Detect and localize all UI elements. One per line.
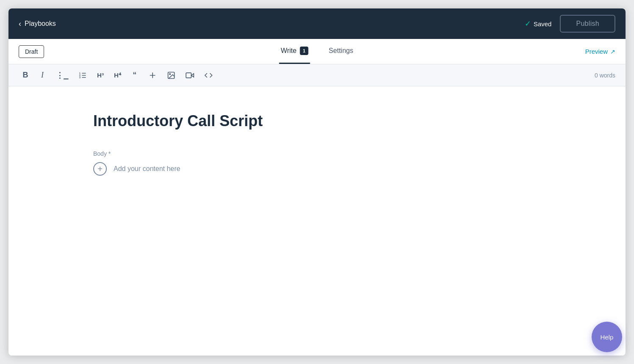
- content-row: + Add your content here: [93, 162, 541, 176]
- tab-write-label: Write: [281, 47, 297, 55]
- tabs-center: Write 1 Settings: [279, 39, 355, 64]
- blockquote-icon: “: [133, 71, 136, 80]
- main-content: Introductory Call Script Body * + Add yo…: [8, 86, 626, 356]
- document-title[interactable]: Introductory Call Script: [93, 112, 541, 130]
- add-content-button[interactable]: +: [93, 162, 107, 176]
- back-chevron-icon: ‹: [19, 19, 21, 28]
- toolbar: B I ⋮​​⎯ 1 2 3 H³ H⁴ “: [8, 64, 626, 86]
- top-nav-right: ✓ Saved Publish: [525, 15, 615, 33]
- video-button[interactable]: [182, 69, 197, 82]
- svg-point-9: [170, 73, 171, 74]
- top-nav: ‹ Playbooks ✓ Saved Publish: [8, 8, 626, 39]
- divider-button[interactable]: [145, 69, 160, 82]
- bold-icon: B: [23, 71, 28, 80]
- italic-button[interactable]: I: [36, 69, 49, 82]
- svg-rect-11: [186, 73, 192, 78]
- code-button[interactable]: [201, 69, 216, 82]
- back-label: Playbooks: [25, 20, 56, 28]
- video-icon: [186, 71, 194, 80]
- preview-link[interactable]: Preview ↗: [585, 48, 615, 55]
- svg-text:3: 3: [79, 76, 81, 78]
- plus-icon: +: [97, 165, 103, 173]
- heading3-icon: H³: [97, 72, 104, 79]
- svg-marker-10: [191, 73, 194, 77]
- code-icon: [204, 71, 213, 80]
- back-link[interactable]: ‹ Playbooks: [19, 19, 56, 28]
- heading4-button[interactable]: H⁴: [111, 69, 125, 82]
- app-window: ‹ Playbooks ✓ Saved Publish Draft Write …: [8, 8, 626, 356]
- saved-label: Saved: [534, 20, 552, 28]
- image-button[interactable]: [164, 69, 179, 82]
- external-link-icon: ↗: [610, 48, 615, 55]
- preview-label: Preview: [585, 48, 608, 55]
- unordered-list-button[interactable]: ⋮​​⎯: [53, 69, 72, 82]
- image-icon: [167, 71, 175, 80]
- bold-button[interactable]: B: [19, 69, 32, 82]
- heading4-icon: H⁴: [114, 72, 121, 79]
- body-section: Body * + Add your content here: [93, 150, 541, 176]
- publish-button[interactable]: Publish: [560, 15, 615, 33]
- draft-button[interactable]: Draft: [19, 45, 44, 58]
- saved-checkmark-icon: ✓: [525, 19, 531, 28]
- word-count: 0 words: [595, 72, 615, 79]
- italic-icon: I: [41, 71, 44, 80]
- help-button[interactable]: Help: [592, 322, 622, 352]
- body-label: Body *: [93, 150, 541, 157]
- tab-settings-label: Settings: [329, 47, 353, 55]
- content-placeholder[interactable]: Add your content here: [114, 165, 180, 173]
- tab-settings[interactable]: Settings: [327, 39, 355, 64]
- divider-icon: [148, 71, 157, 80]
- tab-write-badge: 1: [300, 47, 309, 55]
- saved-indicator: ✓ Saved: [525, 19, 552, 28]
- tab-bar: Draft Write 1 Settings Preview ↗: [8, 39, 626, 64]
- blockquote-button[interactable]: “: [128, 69, 142, 82]
- tab-write[interactable]: Write 1: [279, 39, 310, 64]
- heading3-button[interactable]: H³: [94, 69, 107, 82]
- ordered-list-icon: 1 2 3: [78, 71, 87, 80]
- ordered-list-button[interactable]: 1 2 3: [75, 69, 90, 82]
- unordered-list-icon: ⋮​​⎯: [56, 71, 68, 80]
- svg-rect-7: [152, 72, 153, 78]
